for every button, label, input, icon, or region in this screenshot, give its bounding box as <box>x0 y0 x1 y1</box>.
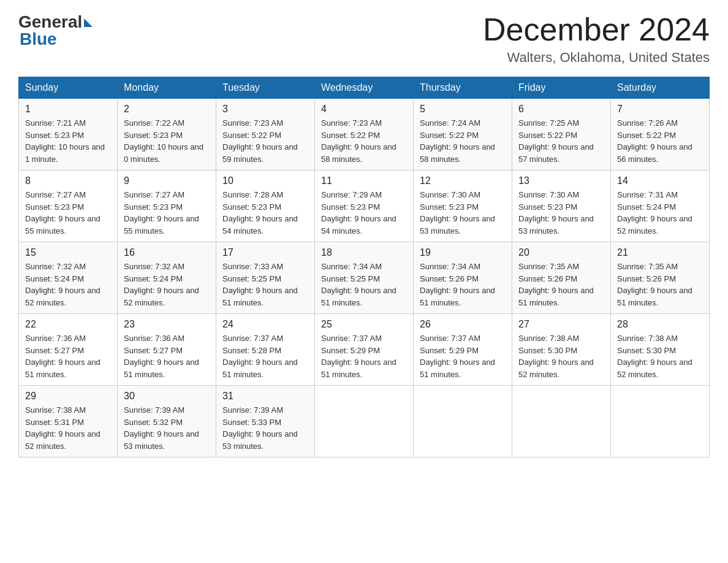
calendar-cell <box>611 386 710 458</box>
calendar-cell <box>512 386 611 458</box>
month-title: December 2024 <box>483 12 710 47</box>
day-number: 5 <box>420 104 506 115</box>
day-number: 30 <box>124 391 210 402</box>
calendar-cell: 6Sunrise: 7:25 AMSunset: 5:22 PMDaylight… <box>512 99 611 170</box>
calendar-cell: 11Sunrise: 7:29 AMSunset: 5:23 PMDayligh… <box>315 170 414 242</box>
day-number: 2 <box>124 104 210 115</box>
header-row: SundayMondayTuesdayWednesdayThursdayFrid… <box>19 77 710 99</box>
day-number: 29 <box>25 391 111 402</box>
day-number: 31 <box>222 391 308 402</box>
day-number: 4 <box>321 104 407 115</box>
day-number: 9 <box>124 175 210 186</box>
week-row-1: 1Sunrise: 7:21 AMSunset: 5:23 PMDaylight… <box>19 99 710 170</box>
logo: General Blue <box>18 12 93 49</box>
day-info: Sunrise: 7:33 AMSunset: 5:25 PMDaylight:… <box>222 261 308 308</box>
calendar-cell: 8Sunrise: 7:27 AMSunset: 5:23 PMDaylight… <box>19 170 118 242</box>
day-info: Sunrise: 7:38 AMSunset: 5:30 PMDaylight:… <box>617 332 703 380</box>
calendar-cell: 13Sunrise: 7:30 AMSunset: 5:23 PMDayligh… <box>512 170 611 242</box>
header-cell-wednesday: Wednesday <box>315 77 414 99</box>
calendar-cell: 30Sunrise: 7:39 AMSunset: 5:32 PMDayligh… <box>118 386 216 458</box>
day-info: Sunrise: 7:23 AMSunset: 5:22 PMDaylight:… <box>222 117 308 165</box>
calendar-cell: 22Sunrise: 7:36 AMSunset: 5:27 PMDayligh… <box>19 314 118 386</box>
calendar-cell: 21Sunrise: 7:35 AMSunset: 5:26 PMDayligh… <box>611 242 710 314</box>
calendar-cell: 5Sunrise: 7:24 AMSunset: 5:22 PMDaylight… <box>414 99 512 170</box>
calendar-cell: 25Sunrise: 7:37 AMSunset: 5:29 PMDayligh… <box>315 314 414 386</box>
day-info: Sunrise: 7:37 AMSunset: 5:29 PMDaylight:… <box>321 332 407 380</box>
calendar-cell: 20Sunrise: 7:35 AMSunset: 5:26 PMDayligh… <box>512 242 611 314</box>
header-cell-thursday: Thursday <box>414 77 512 99</box>
day-info: Sunrise: 7:32 AMSunset: 5:24 PMDaylight:… <box>124 261 210 308</box>
calendar-cell: 1Sunrise: 7:21 AMSunset: 5:23 PMDaylight… <box>19 99 118 170</box>
calendar-cell: 26Sunrise: 7:37 AMSunset: 5:29 PMDayligh… <box>414 314 512 386</box>
day-number: 14 <box>617 175 703 186</box>
day-number: 16 <box>124 247 210 258</box>
calendar-cell <box>315 386 414 458</box>
calendar-cell: 28Sunrise: 7:38 AMSunset: 5:30 PMDayligh… <box>611 314 710 386</box>
title-area: December 2024 Walters, Oklahoma, United … <box>483 12 710 66</box>
week-row-4: 22Sunrise: 7:36 AMSunset: 5:27 PMDayligh… <box>19 314 710 386</box>
calendar-cell: 7Sunrise: 7:26 AMSunset: 5:22 PMDaylight… <box>611 99 710 170</box>
day-number: 28 <box>617 319 703 330</box>
day-number: 20 <box>518 247 604 258</box>
day-info: Sunrise: 7:37 AMSunset: 5:29 PMDaylight:… <box>420 332 506 380</box>
calendar-header: SundayMondayTuesdayWednesdayThursdayFrid… <box>19 77 710 99</box>
day-number: 13 <box>518 175 604 186</box>
day-info: Sunrise: 7:36 AMSunset: 5:27 PMDaylight:… <box>25 332 111 380</box>
day-info: Sunrise: 7:38 AMSunset: 5:30 PMDaylight:… <box>518 332 604 380</box>
calendar-cell: 18Sunrise: 7:34 AMSunset: 5:25 PMDayligh… <box>315 242 414 314</box>
day-number: 17 <box>222 247 308 258</box>
calendar-cell: 3Sunrise: 7:23 AMSunset: 5:22 PMDaylight… <box>216 99 315 170</box>
calendar-cell: 16Sunrise: 7:32 AMSunset: 5:24 PMDayligh… <box>118 242 216 314</box>
calendar-cell: 23Sunrise: 7:36 AMSunset: 5:27 PMDayligh… <box>118 314 216 386</box>
header-cell-sunday: Sunday <box>19 77 118 99</box>
calendar-cell: 15Sunrise: 7:32 AMSunset: 5:24 PMDayligh… <box>19 242 118 314</box>
day-number: 22 <box>25 319 111 330</box>
calendar-cell: 29Sunrise: 7:38 AMSunset: 5:31 PMDayligh… <box>19 386 118 458</box>
day-info: Sunrise: 7:30 AMSunset: 5:23 PMDaylight:… <box>420 189 506 237</box>
calendar-cell: 12Sunrise: 7:30 AMSunset: 5:23 PMDayligh… <box>414 170 512 242</box>
day-info: Sunrise: 7:35 AMSunset: 5:26 PMDaylight:… <box>518 261 604 308</box>
day-info: Sunrise: 7:23 AMSunset: 5:22 PMDaylight:… <box>321 117 407 165</box>
week-row-5: 29Sunrise: 7:38 AMSunset: 5:31 PMDayligh… <box>19 386 710 458</box>
calendar-cell <box>414 386 512 458</box>
day-info: Sunrise: 7:28 AMSunset: 5:23 PMDaylight:… <box>222 189 308 237</box>
day-number: 25 <box>321 319 407 330</box>
header-cell-saturday: Saturday <box>611 77 710 99</box>
calendar-cell: 27Sunrise: 7:38 AMSunset: 5:30 PMDayligh… <box>512 314 611 386</box>
day-info: Sunrise: 7:38 AMSunset: 5:31 PMDaylight:… <box>25 404 111 452</box>
header-cell-monday: Monday <box>118 77 216 99</box>
day-number: 15 <box>25 247 111 258</box>
header-cell-friday: Friday <box>512 77 611 99</box>
day-number: 27 <box>518 319 604 330</box>
day-number: 18 <box>321 247 407 258</box>
calendar-body: 1Sunrise: 7:21 AMSunset: 5:23 PMDaylight… <box>19 99 710 458</box>
day-number: 19 <box>420 247 506 258</box>
day-number: 6 <box>518 104 604 115</box>
day-info: Sunrise: 7:32 AMSunset: 5:24 PMDaylight:… <box>25 261 111 308</box>
day-number: 23 <box>124 319 210 330</box>
logo-arrow-icon <box>84 18 93 27</box>
day-number: 11 <box>321 175 407 186</box>
day-number: 8 <box>25 175 111 186</box>
day-info: Sunrise: 7:34 AMSunset: 5:25 PMDaylight:… <box>321 261 407 308</box>
week-row-3: 15Sunrise: 7:32 AMSunset: 5:24 PMDayligh… <box>19 242 710 314</box>
day-info: Sunrise: 7:34 AMSunset: 5:26 PMDaylight:… <box>420 261 506 308</box>
calendar-cell: 31Sunrise: 7:39 AMSunset: 5:33 PMDayligh… <box>216 386 315 458</box>
day-number: 26 <box>420 319 506 330</box>
calendar-cell: 19Sunrise: 7:34 AMSunset: 5:26 PMDayligh… <box>414 242 512 314</box>
day-info: Sunrise: 7:22 AMSunset: 5:23 PMDaylight:… <box>124 117 210 165</box>
day-info: Sunrise: 7:29 AMSunset: 5:23 PMDaylight:… <box>321 189 407 237</box>
day-number: 10 <box>222 175 308 186</box>
calendar-cell: 17Sunrise: 7:33 AMSunset: 5:25 PMDayligh… <box>216 242 315 314</box>
day-info: Sunrise: 7:27 AMSunset: 5:23 PMDaylight:… <box>124 189 210 237</box>
day-info: Sunrise: 7:26 AMSunset: 5:22 PMDaylight:… <box>617 117 703 165</box>
calendar-cell: 24Sunrise: 7:37 AMSunset: 5:28 PMDayligh… <box>216 314 315 386</box>
day-number: 1 <box>25 104 111 115</box>
day-info: Sunrise: 7:27 AMSunset: 5:23 PMDaylight:… <box>25 189 111 237</box>
day-info: Sunrise: 7:36 AMSunset: 5:27 PMDaylight:… <box>124 332 210 380</box>
day-info: Sunrise: 7:35 AMSunset: 5:26 PMDaylight:… <box>617 261 703 308</box>
calendar-cell: 2Sunrise: 7:22 AMSunset: 5:23 PMDaylight… <box>118 99 216 170</box>
location-title: Walters, Oklahoma, United States <box>483 50 710 66</box>
header-cell-tuesday: Tuesday <box>216 77 315 99</box>
calendar-cell: 4Sunrise: 7:23 AMSunset: 5:22 PMDaylight… <box>315 99 414 170</box>
